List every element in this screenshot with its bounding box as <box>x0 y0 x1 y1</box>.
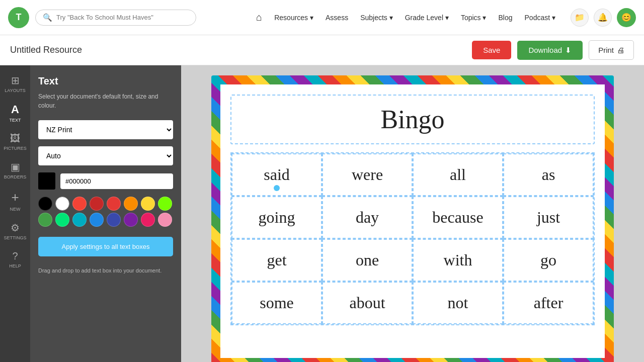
cursor-dot <box>274 185 280 191</box>
color-lime[interactable] <box>158 197 172 211</box>
bingo-title-box[interactable]: Bingo <box>230 95 595 144</box>
bingo-cell[interactable]: all <box>413 153 503 196</box>
text-icon: A <box>11 103 19 116</box>
color-blue[interactable] <box>90 213 104 227</box>
canvas-area: Bingo saidwereallasgoingdaybecausejustge… <box>181 65 644 362</box>
nav-blog[interactable]: Blog <box>493 11 517 25</box>
color-yellow[interactable] <box>141 197 155 211</box>
nav-links: ⌂ Resources ▾ Assess Subjects ▾ Grade Le… <box>251 9 560 26</box>
nav-topics[interactable]: Topics ▾ <box>456 11 492 25</box>
color-palette <box>38 197 173 227</box>
borders-icon: ▣ <box>11 161 20 173</box>
download-icon: ⬇ <box>565 46 572 55</box>
sidebar-item-pictures[interactable]: 🖼 PICTURES <box>0 128 30 156</box>
color-orange[interactable] <box>124 197 138 211</box>
sidebar-item-settings[interactable]: ⚙ SETTINGS <box>0 217 30 245</box>
color-red[interactable] <box>107 197 121 211</box>
nav-subjects[interactable]: Subjects ▾ <box>355 11 398 25</box>
sidebar: ⊞ LAYOUTS A TEXT 🖼 PICTURES ▣ BORDERS + … <box>0 65 30 362</box>
search-icon: 🔍 <box>43 13 52 22</box>
color-pink[interactable] <box>141 213 155 227</box>
bingo-cell[interactable]: just <box>503 196 594 239</box>
sidebar-label-text: TEXT <box>9 118 21 123</box>
color-red-dark[interactable] <box>90 197 104 211</box>
color-indigo[interactable] <box>107 213 121 227</box>
bingo-cell[interactable]: after <box>503 282 594 324</box>
layouts-icon: ⊞ <box>11 74 20 86</box>
download-button[interactable]: Download ⬇ <box>517 41 583 60</box>
logo-text: T <box>16 12 22 23</box>
bingo-cell[interactable]: one <box>322 239 413 282</box>
bingo-cell[interactable]: not <box>413 282 503 324</box>
sidebar-item-layouts[interactable]: ⊞ LAYOUTS <box>0 69 30 98</box>
sidebar-label-pictures: PICTURES <box>4 146 27 151</box>
nav-resources[interactable]: Resources ▾ <box>269 11 318 25</box>
nav-podcast[interactable]: Podcast ▾ <box>520 11 560 25</box>
color-black[interactable] <box>38 197 52 211</box>
pictures-icon: 🖼 <box>10 133 20 144</box>
sidebar-label-help: HELP <box>9 263 21 268</box>
print-button[interactable]: Print 🖨 <box>589 40 634 60</box>
font-dropdown[interactable]: NZ Print <box>38 120 173 139</box>
sidebar-item-help[interactable]: ? HELP <box>0 245 30 274</box>
logo[interactable]: T <box>8 7 29 28</box>
color-hex-input[interactable] <box>60 173 173 189</box>
bingo-cell[interactable]: said <box>231 153 322 196</box>
drag-hint: Drag and drop to add text box into your … <box>38 266 173 275</box>
color-green[interactable] <box>38 213 52 227</box>
color-red-light[interactable] <box>72 197 87 211</box>
bell-icon[interactable]: 🔔 <box>594 9 612 27</box>
bingo-cell[interactable]: day <box>322 196 413 239</box>
sidebar-item-borders[interactable]: ▣ BORDERS <box>0 156 30 185</box>
color-green-light[interactable] <box>55 213 69 227</box>
page-content: Bingo saidwereallasgoingdaybecausejustge… <box>220 84 605 335</box>
help-icon: ? <box>12 250 18 262</box>
bingo-cell[interactable]: go <box>503 239 594 282</box>
document-page: Bingo saidwereallasgoingdaybecausejustge… <box>211 75 614 362</box>
bingo-cell[interactable]: as <box>503 153 594 196</box>
sidebar-label-new: NEW <box>10 207 21 212</box>
download-label: Download <box>528 46 562 54</box>
bingo-cell[interactable]: going <box>231 196 322 239</box>
nav-icons: 📁 🔔 😊 <box>571 8 636 27</box>
search-input[interactable] <box>56 14 189 21</box>
settings-icon: ⚙ <box>11 222 20 234</box>
color-teal[interactable] <box>72 213 87 227</box>
sidebar-item-text[interactable]: A TEXT <box>0 98 30 128</box>
page-title: Untitled Resource <box>10 45 466 55</box>
bingo-title: Bingo <box>240 105 585 134</box>
page-header: Untitled Resource Save Download ⬇ Print … <box>0 35 644 65</box>
color-pink-light[interactable] <box>158 213 172 227</box>
color-swatch[interactable] <box>38 172 55 190</box>
color-input-row <box>38 172 173 190</box>
color-white[interactable] <box>55 197 69 211</box>
nav-home[interactable]: ⌂ <box>251 9 267 26</box>
bingo-cell[interactable]: were <box>322 153 413 196</box>
main-layout: ⊞ LAYOUTS A TEXT 🖼 PICTURES ▣ BORDERS + … <box>0 65 644 362</box>
sidebar-item-new[interactable]: + NEW <box>0 185 30 217</box>
print-label: Print <box>598 46 614 54</box>
size-dropdown[interactable]: Auto <box>38 146 173 165</box>
save-button[interactable]: Save <box>472 41 511 59</box>
folder-icon[interactable]: 📁 <box>571 9 589 27</box>
printer-icon: 🖨 <box>617 46 624 54</box>
panel-title: Text <box>38 75 173 87</box>
top-nav: T 🔍 ⌂ Resources ▾ Assess Subjects ▾ Grad… <box>0 0 644 35</box>
panel-desc: Select your document's default font, siz… <box>38 92 173 110</box>
bingo-cell[interactable]: get <box>231 239 322 282</box>
sidebar-label-layouts: LAYOUTS <box>5 88 25 93</box>
bingo-cell[interactable]: with <box>413 239 503 282</box>
bingo-cell[interactable]: about <box>322 282 413 324</box>
bingo-grid: saidwereallasgoingdaybecausejustgetonewi… <box>230 152 595 325</box>
user-avatar[interactable]: 😊 <box>617 8 636 27</box>
apply-settings-button[interactable]: Apply settings to all text boxes <box>38 237 173 256</box>
sidebar-label-settings: SETTINGS <box>4 235 26 240</box>
new-icon: + <box>11 190 19 205</box>
nav-grade-level[interactable]: Grade Level ▾ <box>400 11 454 25</box>
nav-assess[interactable]: Assess <box>320 11 353 25</box>
bingo-cell[interactable]: because <box>413 196 503 239</box>
color-purple[interactable] <box>124 213 138 227</box>
text-panel: Text Select your document's default font… <box>30 65 181 362</box>
search-bar: 🔍 <box>35 10 196 26</box>
bingo-cell[interactable]: some <box>231 282 322 324</box>
